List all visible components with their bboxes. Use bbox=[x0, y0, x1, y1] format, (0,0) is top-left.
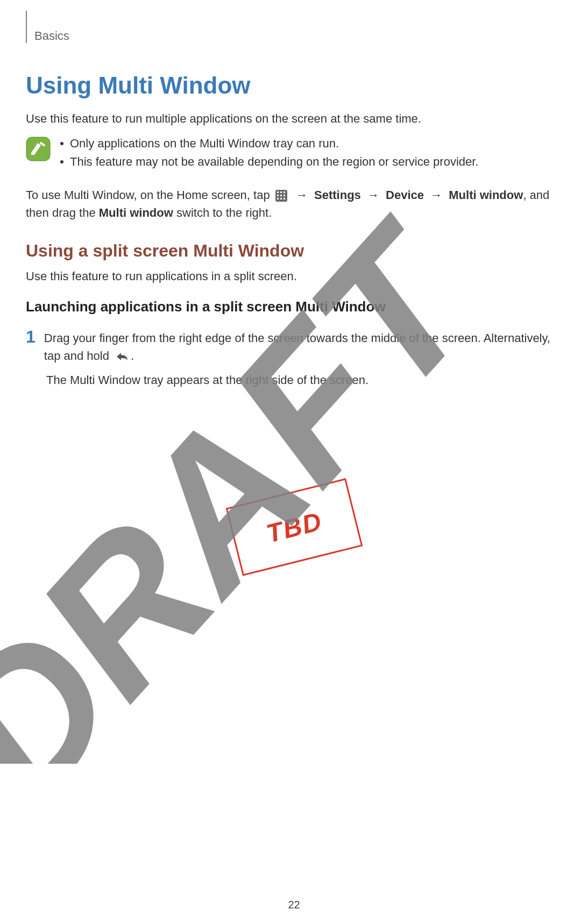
step-1: 1 Drag your finger from the right edge o… bbox=[26, 329, 562, 365]
arrow-icon: → bbox=[367, 188, 379, 202]
note-icon bbox=[26, 137, 51, 164]
step-1-number: 1 bbox=[26, 328, 36, 345]
instruction-mw-bold: Multi window bbox=[99, 206, 173, 219]
note-list: Only applications on the Multi Window tr… bbox=[60, 137, 562, 173]
back-icon bbox=[115, 351, 129, 362]
note-item-2: This feature may not be available depend… bbox=[60, 155, 562, 169]
instruction-post2: switch to the right. bbox=[173, 206, 272, 219]
svg-rect-8 bbox=[277, 198, 279, 200]
bullet-icon bbox=[60, 160, 63, 164]
svg-rect-6 bbox=[280, 195, 282, 196]
svg-rect-2 bbox=[277, 191, 279, 193]
svg-rect-10 bbox=[284, 198, 285, 200]
note-item-1-text: Only applications on the Multi Window tr… bbox=[70, 137, 339, 151]
page-title: Using Multi Window bbox=[26, 72, 562, 99]
section-split-title: Using a split screen Multi Window bbox=[26, 241, 562, 261]
instruction-settings: Settings bbox=[314, 188, 361, 202]
bullet-icon bbox=[60, 142, 63, 145]
svg-rect-5 bbox=[277, 195, 279, 196]
page: Basics Using Multi Window Use this featu… bbox=[0, 0, 588, 924]
tbd-stamp-text: TBD bbox=[263, 506, 325, 549]
note-block: Only applications on the Multi Window tr… bbox=[26, 137, 562, 173]
intro-text: Use this feature to run multiple applica… bbox=[26, 112, 562, 126]
page-number: 22 bbox=[0, 899, 588, 911]
instruction-text: To use Multi Window, on the Home screen,… bbox=[26, 186, 562, 222]
instruction-pre: To use Multi Window, on the Home screen,… bbox=[26, 188, 273, 202]
svg-rect-4 bbox=[284, 191, 285, 193]
arrow-icon: → bbox=[296, 188, 308, 202]
arrow-icon: → bbox=[430, 188, 442, 202]
tbd-placeholder: TBD bbox=[26, 409, 562, 645]
svg-rect-7 bbox=[284, 195, 285, 196]
note-item-2-text: This feature may not be available depend… bbox=[70, 155, 478, 169]
header-rule bbox=[26, 11, 27, 43]
header-section-label: Basics bbox=[34, 29, 69, 43]
step-1-line1b: . bbox=[131, 349, 134, 363]
instruction-multiwindow: Multi window bbox=[449, 188, 523, 202]
instruction-device: Device bbox=[386, 188, 424, 202]
content-area: Using Multi Window Use this feature to r… bbox=[26, 72, 562, 645]
apps-grid-icon bbox=[275, 190, 287, 202]
svg-rect-3 bbox=[280, 191, 282, 193]
note-item-1: Only applications on the Multi Window tr… bbox=[60, 137, 562, 151]
subsection-launch-title: Launching applications in a split screen… bbox=[26, 298, 562, 315]
svg-rect-9 bbox=[280, 198, 282, 200]
section-split-intro: Use this feature to run applications in … bbox=[26, 269, 562, 283]
tbd-stamp-box: TBD bbox=[225, 478, 363, 576]
step-1-body: Drag your finger from the right edge of … bbox=[44, 329, 562, 365]
step-1-line2: The Multi Window tray appears at the rig… bbox=[46, 373, 562, 387]
